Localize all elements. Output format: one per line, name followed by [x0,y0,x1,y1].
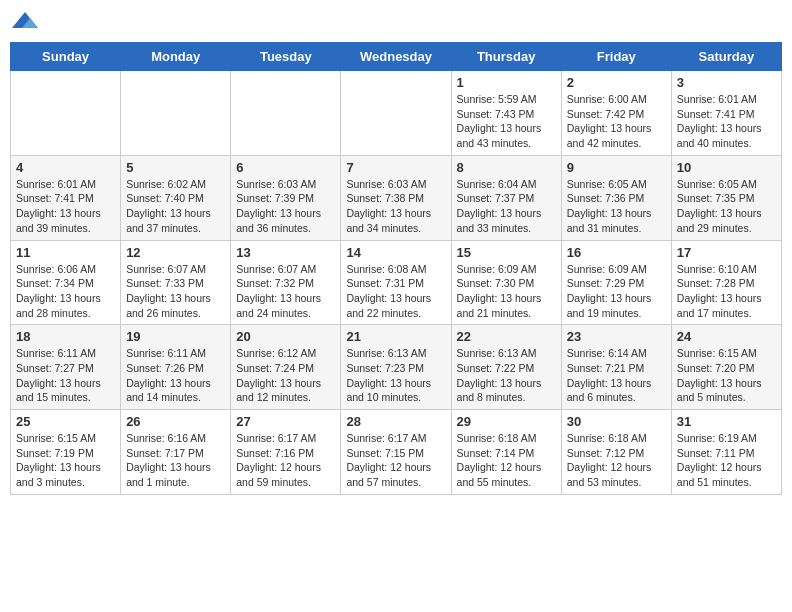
week-row: 11Sunrise: 6:06 AM Sunset: 7:34 PM Dayli… [11,240,782,325]
day-info: Sunrise: 6:12 AM Sunset: 7:24 PM Dayligh… [236,346,335,405]
day-cell: 15Sunrise: 6:09 AM Sunset: 7:30 PM Dayli… [451,240,561,325]
day-info: Sunrise: 6:11 AM Sunset: 7:27 PM Dayligh… [16,346,115,405]
day-number: 19 [126,329,225,344]
day-cell: 7Sunrise: 6:03 AM Sunset: 7:38 PM Daylig… [341,155,451,240]
day-info: Sunrise: 6:07 AM Sunset: 7:32 PM Dayligh… [236,262,335,321]
day-info: Sunrise: 6:17 AM Sunset: 7:16 PM Dayligh… [236,431,335,490]
day-info: Sunrise: 6:09 AM Sunset: 7:30 PM Dayligh… [457,262,556,321]
day-number: 7 [346,160,445,175]
day-cell [341,71,451,156]
day-number: 9 [567,160,666,175]
day-cell: 17Sunrise: 6:10 AM Sunset: 7:28 PM Dayli… [671,240,781,325]
day-number: 26 [126,414,225,429]
day-cell: 11Sunrise: 6:06 AM Sunset: 7:34 PM Dayli… [11,240,121,325]
day-info: Sunrise: 6:14 AM Sunset: 7:21 PM Dayligh… [567,346,666,405]
day-number: 14 [346,245,445,260]
day-cell: 18Sunrise: 6:11 AM Sunset: 7:27 PM Dayli… [11,325,121,410]
day-header-wednesday: Wednesday [341,43,451,71]
day-number: 3 [677,75,776,90]
day-cell: 4Sunrise: 6:01 AM Sunset: 7:41 PM Daylig… [11,155,121,240]
day-cell: 12Sunrise: 6:07 AM Sunset: 7:33 PM Dayli… [121,240,231,325]
day-cell: 6Sunrise: 6:03 AM Sunset: 7:39 PM Daylig… [231,155,341,240]
day-cell: 29Sunrise: 6:18 AM Sunset: 7:14 PM Dayli… [451,410,561,495]
day-info: Sunrise: 6:09 AM Sunset: 7:29 PM Dayligh… [567,262,666,321]
day-cell: 13Sunrise: 6:07 AM Sunset: 7:32 PM Dayli… [231,240,341,325]
day-cell: 27Sunrise: 6:17 AM Sunset: 7:16 PM Dayli… [231,410,341,495]
day-number: 31 [677,414,776,429]
day-cell: 20Sunrise: 6:12 AM Sunset: 7:24 PM Dayli… [231,325,341,410]
week-row: 1Sunrise: 5:59 AM Sunset: 7:43 PM Daylig… [11,71,782,156]
day-info: Sunrise: 6:18 AM Sunset: 7:12 PM Dayligh… [567,431,666,490]
day-info: Sunrise: 6:13 AM Sunset: 7:23 PM Dayligh… [346,346,445,405]
day-info: Sunrise: 6:03 AM Sunset: 7:39 PM Dayligh… [236,177,335,236]
day-cell: 9Sunrise: 6:05 AM Sunset: 7:36 PM Daylig… [561,155,671,240]
day-cell [231,71,341,156]
day-header-sunday: Sunday [11,43,121,71]
week-row: 4Sunrise: 6:01 AM Sunset: 7:41 PM Daylig… [11,155,782,240]
day-info: Sunrise: 6:01 AM Sunset: 7:41 PM Dayligh… [677,92,776,151]
day-cell: 5Sunrise: 6:02 AM Sunset: 7:40 PM Daylig… [121,155,231,240]
day-info: Sunrise: 6:05 AM Sunset: 7:35 PM Dayligh… [677,177,776,236]
day-info: Sunrise: 6:15 AM Sunset: 7:19 PM Dayligh… [16,431,115,490]
day-number: 15 [457,245,556,260]
day-number: 12 [126,245,225,260]
day-info: Sunrise: 6:06 AM Sunset: 7:34 PM Dayligh… [16,262,115,321]
day-info: Sunrise: 6:16 AM Sunset: 7:17 PM Dayligh… [126,431,225,490]
day-number: 11 [16,245,115,260]
header-row: SundayMondayTuesdayWednesdayThursdayFrid… [11,43,782,71]
day-cell [11,71,121,156]
day-number: 30 [567,414,666,429]
day-number: 20 [236,329,335,344]
day-header-friday: Friday [561,43,671,71]
day-number: 25 [16,414,115,429]
day-cell: 28Sunrise: 6:17 AM Sunset: 7:15 PM Dayli… [341,410,451,495]
day-cell: 1Sunrise: 5:59 AM Sunset: 7:43 PM Daylig… [451,71,561,156]
day-cell: 14Sunrise: 6:08 AM Sunset: 7:31 PM Dayli… [341,240,451,325]
day-cell: 2Sunrise: 6:00 AM Sunset: 7:42 PM Daylig… [561,71,671,156]
week-row: 25Sunrise: 6:15 AM Sunset: 7:19 PM Dayli… [11,410,782,495]
day-info: Sunrise: 6:00 AM Sunset: 7:42 PM Dayligh… [567,92,666,151]
day-number: 2 [567,75,666,90]
day-cell: 8Sunrise: 6:04 AM Sunset: 7:37 PM Daylig… [451,155,561,240]
day-info: Sunrise: 6:04 AM Sunset: 7:37 PM Dayligh… [457,177,556,236]
day-number: 18 [16,329,115,344]
day-info: Sunrise: 5:59 AM Sunset: 7:43 PM Dayligh… [457,92,556,151]
day-info: Sunrise: 6:19 AM Sunset: 7:11 PM Dayligh… [677,431,776,490]
day-number: 23 [567,329,666,344]
day-number: 21 [346,329,445,344]
day-cell: 3Sunrise: 6:01 AM Sunset: 7:41 PM Daylig… [671,71,781,156]
day-cell: 31Sunrise: 6:19 AM Sunset: 7:11 PM Dayli… [671,410,781,495]
day-header-thursday: Thursday [451,43,561,71]
day-cell: 26Sunrise: 6:16 AM Sunset: 7:17 PM Dayli… [121,410,231,495]
day-number: 6 [236,160,335,175]
day-number: 8 [457,160,556,175]
logo-icon [10,10,40,34]
day-info: Sunrise: 6:02 AM Sunset: 7:40 PM Dayligh… [126,177,225,236]
header [10,10,782,34]
day-cell: 16Sunrise: 6:09 AM Sunset: 7:29 PM Dayli… [561,240,671,325]
day-number: 28 [346,414,445,429]
day-number: 5 [126,160,225,175]
day-cell: 19Sunrise: 6:11 AM Sunset: 7:26 PM Dayli… [121,325,231,410]
calendar-table: SundayMondayTuesdayWednesdayThursdayFrid… [10,42,782,495]
day-number: 1 [457,75,556,90]
day-cell: 25Sunrise: 6:15 AM Sunset: 7:19 PM Dayli… [11,410,121,495]
day-info: Sunrise: 6:01 AM Sunset: 7:41 PM Dayligh… [16,177,115,236]
day-info: Sunrise: 6:11 AM Sunset: 7:26 PM Dayligh… [126,346,225,405]
day-info: Sunrise: 6:08 AM Sunset: 7:31 PM Dayligh… [346,262,445,321]
day-header-saturday: Saturday [671,43,781,71]
day-number: 16 [567,245,666,260]
day-info: Sunrise: 6:13 AM Sunset: 7:22 PM Dayligh… [457,346,556,405]
day-cell: 24Sunrise: 6:15 AM Sunset: 7:20 PM Dayli… [671,325,781,410]
day-info: Sunrise: 6:03 AM Sunset: 7:38 PM Dayligh… [346,177,445,236]
day-header-monday: Monday [121,43,231,71]
day-cell: 10Sunrise: 6:05 AM Sunset: 7:35 PM Dayli… [671,155,781,240]
day-cell: 23Sunrise: 6:14 AM Sunset: 7:21 PM Dayli… [561,325,671,410]
day-info: Sunrise: 6:18 AM Sunset: 7:14 PM Dayligh… [457,431,556,490]
day-number: 17 [677,245,776,260]
day-info: Sunrise: 6:17 AM Sunset: 7:15 PM Dayligh… [346,431,445,490]
day-info: Sunrise: 6:05 AM Sunset: 7:36 PM Dayligh… [567,177,666,236]
day-info: Sunrise: 6:07 AM Sunset: 7:33 PM Dayligh… [126,262,225,321]
day-number: 13 [236,245,335,260]
week-row: 18Sunrise: 6:11 AM Sunset: 7:27 PM Dayli… [11,325,782,410]
